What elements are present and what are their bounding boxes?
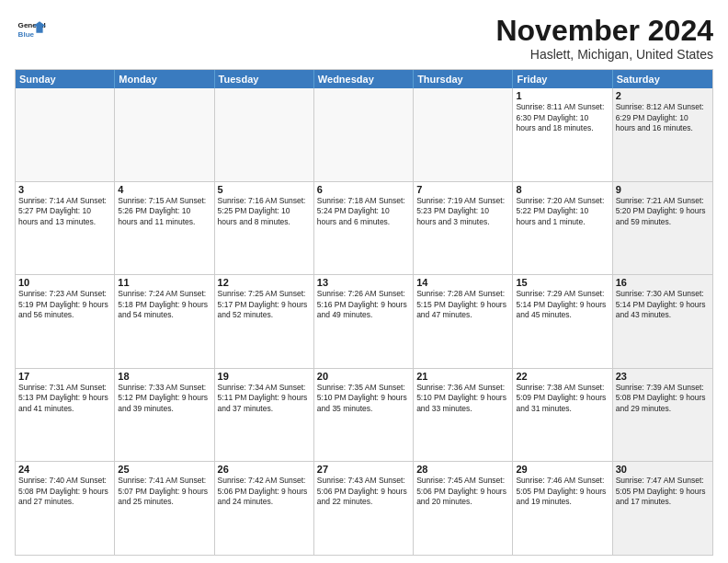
logo-icon: General Blue bbox=[15, 15, 48, 48]
day-info: Sunrise: 7:15 AM Sunset: 5:26 PM Dayligh… bbox=[118, 196, 210, 227]
day-info: Sunrise: 7:38 AM Sunset: 5:09 PM Dayligh… bbox=[516, 383, 609, 414]
day-cell: 24Sunrise: 7:40 AM Sunset: 5:08 PM Dayli… bbox=[16, 462, 115, 555]
day-cell: 7Sunrise: 7:19 AM Sunset: 5:23 PM Daylig… bbox=[414, 182, 513, 275]
day-info: Sunrise: 7:43 AM Sunset: 5:06 PM Dayligh… bbox=[317, 476, 410, 507]
day-info: Sunrise: 8:12 AM Sunset: 6:29 PM Dayligh… bbox=[616, 102, 710, 133]
day-cell: 9Sunrise: 7:21 AM Sunset: 5:20 PM Daylig… bbox=[613, 182, 712, 275]
day-header-sunday: Sunday bbox=[16, 70, 115, 88]
day-info: Sunrise: 7:46 AM Sunset: 5:05 PM Dayligh… bbox=[516, 476, 609, 507]
page: General Blue November 2024 Haslett, Mich… bbox=[0, 0, 728, 563]
day-number: 7 bbox=[416, 184, 509, 195]
day-info: Sunrise: 7:30 AM Sunset: 5:14 PM Dayligh… bbox=[616, 289, 710, 320]
day-cell: 16Sunrise: 7:30 AM Sunset: 5:14 PM Dayli… bbox=[613, 275, 712, 368]
day-info: Sunrise: 7:19 AM Sunset: 5:23 PM Dayligh… bbox=[416, 196, 509, 227]
day-number: 4 bbox=[118, 184, 210, 195]
day-number: 9 bbox=[616, 184, 710, 195]
day-cell: 12Sunrise: 7:25 AM Sunset: 5:17 PM Dayli… bbox=[215, 275, 314, 368]
day-info: Sunrise: 7:16 AM Sunset: 5:25 PM Dayligh… bbox=[218, 196, 311, 227]
day-number: 13 bbox=[317, 277, 410, 288]
day-header-thursday: Thursday bbox=[414, 70, 513, 88]
day-number: 22 bbox=[516, 371, 609, 382]
day-cell: 5Sunrise: 7:16 AM Sunset: 5:25 PM Daylig… bbox=[215, 182, 314, 275]
day-cell: 19Sunrise: 7:34 AM Sunset: 5:11 PM Dayli… bbox=[215, 369, 314, 462]
day-cell: 15Sunrise: 7:29 AM Sunset: 5:14 PM Dayli… bbox=[513, 275, 612, 368]
day-cell: 26Sunrise: 7:42 AM Sunset: 5:06 PM Dayli… bbox=[215, 462, 314, 555]
location: Haslett, Michigan, United States bbox=[495, 47, 713, 62]
day-cell bbox=[314, 88, 414, 181]
day-number: 29 bbox=[516, 464, 609, 475]
day-cell: 27Sunrise: 7:43 AM Sunset: 5:06 PM Dayli… bbox=[314, 462, 414, 555]
day-number: 3 bbox=[18, 184, 111, 195]
day-info: Sunrise: 7:45 AM Sunset: 5:06 PM Dayligh… bbox=[416, 476, 509, 507]
day-cell: 14Sunrise: 7:28 AM Sunset: 5:15 PM Dayli… bbox=[414, 275, 513, 368]
day-info: Sunrise: 7:40 AM Sunset: 5:08 PM Dayligh… bbox=[18, 476, 111, 507]
day-cell: 3Sunrise: 7:14 AM Sunset: 5:27 PM Daylig… bbox=[16, 182, 115, 275]
day-number: 21 bbox=[416, 371, 509, 382]
day-cell: 8Sunrise: 7:20 AM Sunset: 5:22 PM Daylig… bbox=[513, 182, 612, 275]
day-cell bbox=[16, 88, 115, 181]
day-cell: 17Sunrise: 7:31 AM Sunset: 5:13 PM Dayli… bbox=[16, 369, 115, 462]
title-block: November 2024 Haslett, Michigan, United … bbox=[495, 15, 713, 62]
day-number: 16 bbox=[616, 277, 710, 288]
week-row-3: 17Sunrise: 7:31 AM Sunset: 5:13 PM Dayli… bbox=[16, 368, 712, 462]
day-cell: 25Sunrise: 7:41 AM Sunset: 5:07 PM Dayli… bbox=[115, 462, 214, 555]
day-info: Sunrise: 7:26 AM Sunset: 5:16 PM Dayligh… bbox=[317, 289, 410, 320]
day-number: 2 bbox=[616, 90, 710, 101]
day-header-tuesday: Tuesday bbox=[215, 70, 314, 88]
day-headers: SundayMondayTuesdayWednesdayThursdayFrid… bbox=[16, 70, 712, 88]
day-cell: 22Sunrise: 7:38 AM Sunset: 5:09 PM Dayli… bbox=[513, 369, 612, 462]
day-number: 8 bbox=[516, 184, 609, 195]
day-cell bbox=[414, 88, 513, 181]
day-info: Sunrise: 7:41 AM Sunset: 5:07 PM Dayligh… bbox=[118, 476, 210, 507]
header: General Blue November 2024 Haslett, Mich… bbox=[15, 15, 713, 62]
day-number: 27 bbox=[317, 464, 410, 475]
weeks: 1Sunrise: 8:11 AM Sunset: 6:30 PM Daylig… bbox=[16, 88, 712, 555]
day-number: 10 bbox=[18, 277, 111, 288]
week-row-1: 3Sunrise: 7:14 AM Sunset: 5:27 PM Daylig… bbox=[16, 181, 712, 275]
day-cell: 20Sunrise: 7:35 AM Sunset: 5:10 PM Dayli… bbox=[314, 369, 414, 462]
day-number: 19 bbox=[218, 371, 311, 382]
day-header-friday: Friday bbox=[513, 70, 612, 88]
day-header-wednesday: Wednesday bbox=[314, 70, 414, 88]
day-cell bbox=[215, 88, 314, 181]
day-cell bbox=[115, 88, 214, 181]
day-number: 24 bbox=[18, 464, 111, 475]
day-info: Sunrise: 7:18 AM Sunset: 5:24 PM Dayligh… bbox=[317, 196, 410, 227]
day-cell: 2Sunrise: 8:12 AM Sunset: 6:29 PM Daylig… bbox=[613, 88, 712, 181]
day-number: 14 bbox=[416, 277, 509, 288]
day-info: Sunrise: 7:20 AM Sunset: 5:22 PM Dayligh… bbox=[516, 196, 609, 227]
day-info: Sunrise: 7:39 AM Sunset: 5:08 PM Dayligh… bbox=[616, 383, 710, 414]
day-cell: 6Sunrise: 7:18 AM Sunset: 5:24 PM Daylig… bbox=[314, 182, 414, 275]
day-number: 28 bbox=[416, 464, 509, 475]
day-number: 6 bbox=[317, 184, 410, 195]
day-info: Sunrise: 7:24 AM Sunset: 5:18 PM Dayligh… bbox=[118, 289, 210, 320]
day-info: Sunrise: 7:33 AM Sunset: 5:12 PM Dayligh… bbox=[118, 383, 210, 414]
month-title: November 2024 bbox=[495, 15, 713, 47]
week-row-0: 1Sunrise: 8:11 AM Sunset: 6:30 PM Daylig… bbox=[16, 88, 712, 181]
day-info: Sunrise: 7:36 AM Sunset: 5:10 PM Dayligh… bbox=[416, 383, 509, 414]
day-cell: 4Sunrise: 7:15 AM Sunset: 5:26 PM Daylig… bbox=[115, 182, 214, 275]
day-info: Sunrise: 7:47 AM Sunset: 5:05 PM Dayligh… bbox=[616, 476, 710, 507]
week-row-4: 24Sunrise: 7:40 AM Sunset: 5:08 PM Dayli… bbox=[16, 461, 712, 555]
day-number: 25 bbox=[118, 464, 210, 475]
calendar: SundayMondayTuesdayWednesdayThursdayFrid… bbox=[15, 69, 713, 556]
day-cell: 1Sunrise: 8:11 AM Sunset: 6:30 PM Daylig… bbox=[513, 88, 612, 181]
week-row-2: 10Sunrise: 7:23 AM Sunset: 5:19 PM Dayli… bbox=[16, 274, 712, 368]
day-header-saturday: Saturday bbox=[613, 70, 712, 88]
day-info: Sunrise: 7:35 AM Sunset: 5:10 PM Dayligh… bbox=[317, 383, 410, 414]
day-cell: 13Sunrise: 7:26 AM Sunset: 5:16 PM Dayli… bbox=[314, 275, 414, 368]
day-number: 15 bbox=[516, 277, 609, 288]
day-number: 18 bbox=[118, 371, 210, 382]
day-info: Sunrise: 7:14 AM Sunset: 5:27 PM Dayligh… bbox=[18, 196, 111, 227]
day-number: 5 bbox=[218, 184, 311, 195]
day-cell: 11Sunrise: 7:24 AM Sunset: 5:18 PM Dayli… bbox=[115, 275, 214, 368]
day-info: Sunrise: 7:23 AM Sunset: 5:19 PM Dayligh… bbox=[18, 289, 111, 320]
day-info: Sunrise: 8:11 AM Sunset: 6:30 PM Dayligh… bbox=[516, 102, 609, 133]
svg-text:Blue: Blue bbox=[18, 30, 35, 39]
day-info: Sunrise: 7:25 AM Sunset: 5:17 PM Dayligh… bbox=[218, 289, 311, 320]
day-info: Sunrise: 7:31 AM Sunset: 5:13 PM Dayligh… bbox=[18, 383, 111, 414]
day-info: Sunrise: 7:42 AM Sunset: 5:06 PM Dayligh… bbox=[218, 476, 311, 507]
day-cell: 28Sunrise: 7:45 AM Sunset: 5:06 PM Dayli… bbox=[414, 462, 513, 555]
day-cell: 21Sunrise: 7:36 AM Sunset: 5:10 PM Dayli… bbox=[414, 369, 513, 462]
day-cell: 29Sunrise: 7:46 AM Sunset: 5:05 PM Dayli… bbox=[513, 462, 612, 555]
